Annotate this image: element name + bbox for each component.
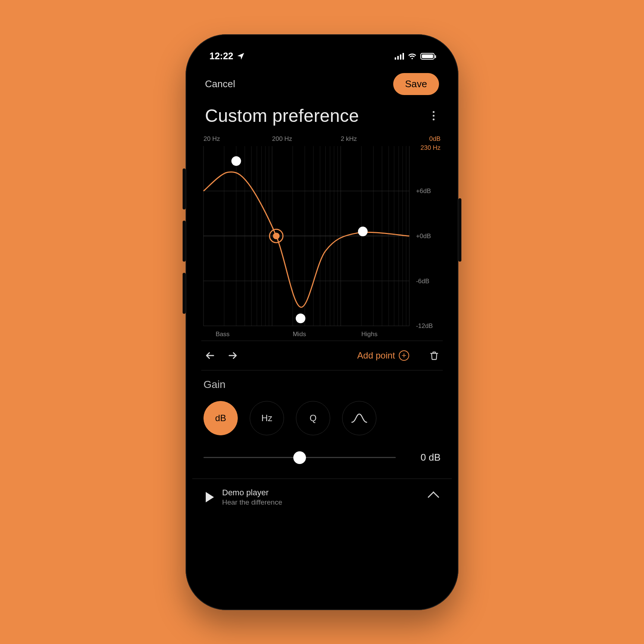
param-bell-button[interactable] bbox=[342, 401, 376, 435]
eq-toolbar: Add point + bbox=[192, 341, 452, 370]
add-point-button[interactable]: Add point + bbox=[357, 350, 409, 361]
redo-button[interactable] bbox=[227, 349, 239, 362]
cancel-button[interactable]: Cancel bbox=[205, 78, 235, 90]
screen: 12:22 Cancel Save Custom preferen bbox=[192, 41, 452, 603]
cellular-icon bbox=[395, 53, 404, 60]
active-hz-readout: 230 Hz bbox=[420, 144, 441, 151]
gain-section-title: Gain bbox=[203, 379, 441, 391]
eq-node[interactable] bbox=[296, 313, 306, 323]
demo-player-title: Demo player bbox=[222, 488, 282, 498]
freq-tick-label: 2 kHz bbox=[341, 135, 357, 142]
param-db-button[interactable]: dB bbox=[203, 401, 238, 435]
param-db-label: dB bbox=[215, 413, 226, 423]
add-point-label: Add point bbox=[357, 350, 395, 361]
save-button[interactable]: Save bbox=[393, 73, 439, 95]
bell-curve-icon bbox=[351, 413, 367, 424]
svg-point-32 bbox=[273, 233, 280, 239]
active-db-readout: 0dB bbox=[429, 135, 441, 142]
eq-response-curve bbox=[203, 172, 409, 307]
param-hz-label: Hz bbox=[261, 413, 272, 423]
play-icon bbox=[206, 492, 214, 502]
battery-icon bbox=[420, 53, 435, 60]
eq-chart[interactable]: +6dB+0dB-6dB-12dB20 Hz200 Hz2 kHzBassMid… bbox=[192, 130, 452, 341]
band-label: Highs bbox=[362, 331, 378, 338]
undo-button[interactable] bbox=[203, 349, 216, 362]
band-label: Bass bbox=[215, 331, 230, 338]
phone-frame: 12:22 Cancel Save Custom preferen bbox=[186, 34, 458, 610]
param-hz-button[interactable]: Hz bbox=[250, 401, 284, 435]
gain-slider-row: 0 dB bbox=[203, 450, 441, 465]
y-tick-label: -6dB bbox=[416, 277, 429, 284]
freq-tick-label: 200 Hz bbox=[272, 135, 292, 142]
gain-slider-thumb[interactable] bbox=[293, 451, 306, 464]
nav-bar: Cancel Save bbox=[192, 68, 452, 97]
param-q-button[interactable]: Q bbox=[296, 401, 330, 435]
param-selector-row: dBHzQ bbox=[203, 401, 441, 435]
demo-player-subtitle: Hear the difference bbox=[222, 498, 282, 506]
demo-player-row[interactable]: Demo player Hear the difference bbox=[192, 479, 452, 515]
delete-point-button[interactable] bbox=[428, 349, 441, 362]
plus-circle-icon: + bbox=[399, 350, 409, 361]
page-title: Custom preference bbox=[205, 105, 359, 126]
eq-node[interactable] bbox=[358, 227, 368, 236]
chevron-up-icon bbox=[427, 491, 439, 503]
gain-slider[interactable] bbox=[203, 450, 396, 465]
notch bbox=[266, 41, 378, 58]
title-row: Custom preference bbox=[192, 97, 452, 130]
location-icon bbox=[236, 52, 245, 61]
gain-section: Gain dBHzQ 0 dB bbox=[192, 370, 452, 469]
y-tick-label: +0dB bbox=[416, 233, 431, 240]
y-tick-label: -12dB bbox=[416, 322, 433, 329]
wifi-icon bbox=[408, 52, 417, 61]
more-menu-button[interactable] bbox=[428, 110, 439, 121]
eq-node[interactable] bbox=[231, 156, 241, 166]
param-q-label: Q bbox=[310, 413, 317, 423]
gain-slider-value: 0 dB bbox=[407, 452, 441, 463]
y-tick-label: +6dB bbox=[416, 187, 431, 195]
status-time: 12:22 bbox=[209, 51, 233, 61]
freq-tick-label: 20 Hz bbox=[203, 135, 220, 142]
band-label: Mids bbox=[293, 331, 306, 338]
